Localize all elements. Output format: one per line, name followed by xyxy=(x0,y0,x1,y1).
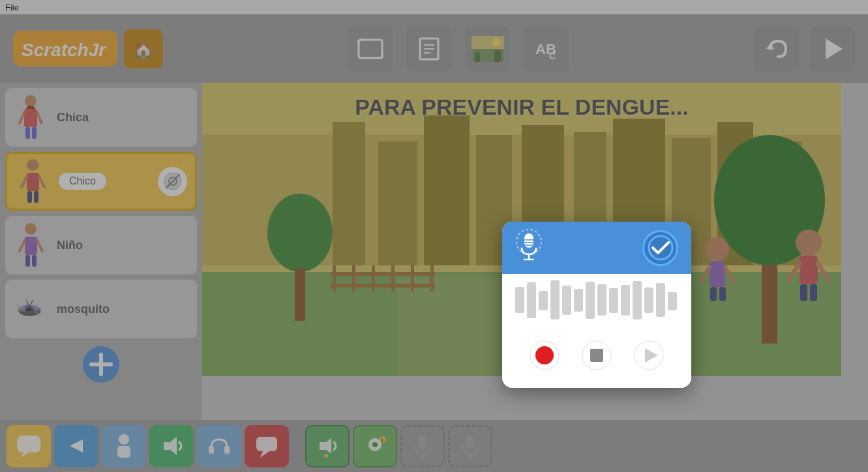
audio-controls xyxy=(502,326,691,388)
overlay xyxy=(0,0,868,472)
svg-rect-127 xyxy=(515,287,524,313)
microphone-icon xyxy=(515,228,543,268)
svg-rect-134 xyxy=(597,284,606,316)
svg-rect-139 xyxy=(656,283,665,317)
stop-button[interactable] xyxy=(577,336,616,375)
svg-rect-135 xyxy=(609,288,618,313)
svg-rect-130 xyxy=(550,280,560,319)
svg-rect-129 xyxy=(539,291,548,310)
svg-rect-128 xyxy=(527,282,536,318)
svg-point-142 xyxy=(535,346,554,364)
svg-rect-138 xyxy=(644,288,653,313)
svg-rect-136 xyxy=(621,285,630,316)
check-button[interactable] xyxy=(642,230,678,266)
audio-recorder-modal xyxy=(502,222,691,388)
svg-rect-131 xyxy=(562,286,571,315)
play-audio-button[interactable] xyxy=(629,336,668,375)
audio-waveform xyxy=(502,274,691,326)
svg-rect-137 xyxy=(633,281,642,319)
svg-rect-140 xyxy=(668,292,677,310)
record-button[interactable] xyxy=(525,336,564,375)
audio-modal-header xyxy=(502,222,691,274)
svg-rect-144 xyxy=(590,349,603,362)
svg-rect-133 xyxy=(586,282,595,319)
svg-rect-132 xyxy=(574,289,583,312)
